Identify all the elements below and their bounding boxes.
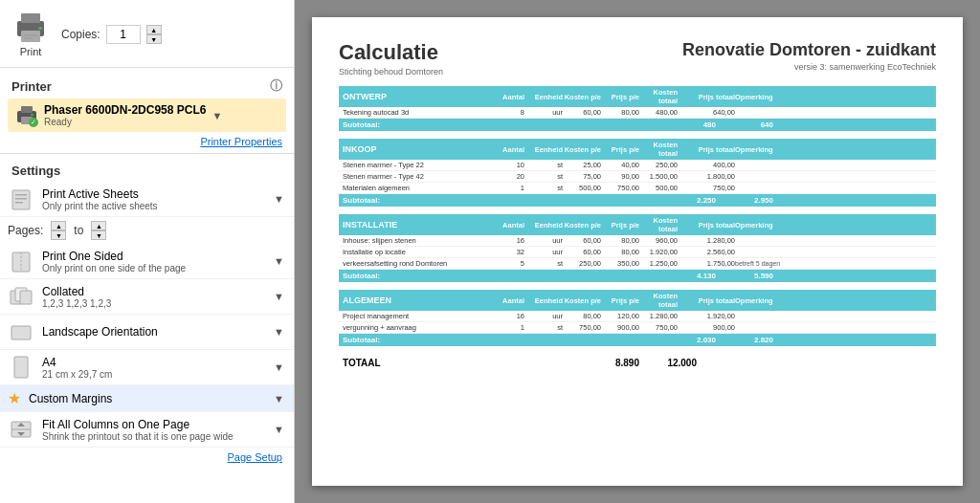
printer-name: Phaser 6600DN-2DC958 PCL6 xyxy=(44,103,206,117)
setting-text-landscape: Landscape Orientation xyxy=(42,325,266,339)
setting-collated[interactable]: Collated 1,2,3 1,2,3 1,2,3 ▼ xyxy=(0,279,294,315)
setting-arrow-onesided[interactable]: ▼ xyxy=(274,255,284,267)
setting-text-a4: A4 21 cm x 29,7 cm xyxy=(42,356,266,380)
setting-arrow-collated[interactable]: ▼ xyxy=(274,291,284,302)
setting-text-onesided: Print One Sided Only print on one side o… xyxy=(42,250,266,273)
setting-arrow-landscape[interactable]: ▼ xyxy=(274,326,284,338)
svg-rect-13 xyxy=(15,202,23,204)
printer-selector[interactable]: ✓ Phaser 6600DN-2DC958 PCL6 Ready ▼ xyxy=(8,98,286,132)
print-icon-box: Print xyxy=(11,10,50,57)
pages-row: Pages: ▲ ▼ to ▲ ▼ xyxy=(0,217,294,244)
one-sided-icon xyxy=(8,248,34,274)
table-row: Installatie op locatie 32 uur 60,00 80,0… xyxy=(339,247,936,258)
calc-section-installatie: INSTALLATIE Aantal Eenheid Kosten p/e Pr… xyxy=(339,214,936,282)
info-icon[interactable]: ⓘ xyxy=(270,77,282,95)
svg-rect-7 xyxy=(21,106,33,113)
copies-section: Copies: ▲ ▼ xyxy=(61,23,162,44)
fit-columns-icon xyxy=(8,416,34,443)
collated-icon xyxy=(8,283,34,310)
printer-status: Ready xyxy=(44,117,206,127)
table-row: Materialen algemeen 1 st 500,00 750,00 5… xyxy=(339,183,936,194)
setting-arrow-active[interactable]: ▼ xyxy=(274,193,284,205)
setting-text-collated: Collated 1,2,3 1,2,3 1,2,3 xyxy=(42,285,266,309)
copies-up[interactable]: ▲ xyxy=(146,25,162,34)
setting-arrow-fit[interactable]: ▼ xyxy=(274,424,284,435)
copies-spinner[interactable]: ▲ ▼ xyxy=(146,25,162,44)
svg-rect-11 xyxy=(15,194,27,196)
setting-arrow-a4[interactable]: ▼ xyxy=(274,361,284,373)
copies-down[interactable]: ▼ xyxy=(146,34,162,44)
table-row: Stenen marmer - Type 22 10 st 25,00 40,0… xyxy=(339,160,936,171)
table-row: Stenen marmer - Type 42 20 st 75,00 90,0… xyxy=(339,171,936,183)
svg-rect-20 xyxy=(14,357,28,378)
svg-rect-9 xyxy=(31,114,33,116)
printer-icon-wrap: ✓ xyxy=(15,104,38,127)
doc-title: Calculatie xyxy=(339,40,443,65)
check-badge: ✓ xyxy=(29,118,38,127)
svg-rect-3 xyxy=(38,27,42,30)
totaal-label: TOTAAL xyxy=(343,358,486,368)
doc-subtitle: Stichting behoud Domtoren xyxy=(339,67,443,77)
calc-section-ontwerp: ONTWERP Aantal Eenheid Kosten p/e Prijs … xyxy=(339,86,936,131)
doc-right-sub: versie 3: samenwerking EcoTechniek xyxy=(682,62,936,72)
star-icon: ★ xyxy=(8,389,21,407)
page-setup-link[interactable]: Page Setup xyxy=(0,448,294,467)
doc-header: Calculatie Stichting behoud Domtoren Ren… xyxy=(339,40,936,77)
setting-text-active: Print Active Sheets Only print the activ… xyxy=(42,187,266,211)
pages-from-spinner[interactable]: ▲ ▼ xyxy=(51,221,66,240)
print-label: Print xyxy=(20,46,42,57)
totaal-prijs: 12.000 xyxy=(639,358,697,368)
svg-rect-10 xyxy=(12,190,30,209)
svg-rect-2 xyxy=(21,31,40,42)
setting-text-margins: Custom Margins xyxy=(29,392,266,405)
calc-sections: ONTWERP Aantal Eenheid Kosten p/e Prijs … xyxy=(339,86,936,346)
doc-right-header: Renovatie Domtoren - zuidkant versie 3: … xyxy=(682,40,936,72)
pages-to-spinner[interactable]: ▲ ▼ xyxy=(91,221,106,240)
a4-icon xyxy=(8,354,34,381)
calc-section-algemeen: ALGEMEEN Aantal Eenheid Kosten p/e Prijs… xyxy=(339,290,936,346)
svg-rect-19 xyxy=(11,326,31,339)
pages-to-label: to xyxy=(74,224,83,237)
svg-rect-12 xyxy=(15,198,27,200)
print-header: Print Copies: ▲ ▼ xyxy=(0,0,294,63)
pages-to-up[interactable]: ▲ xyxy=(91,221,106,230)
pages-to-down[interactable]: ▼ xyxy=(91,230,106,240)
settings-title: Settings xyxy=(0,158,294,182)
table-row: Inhouse: slijpen stenen 16 uur 60,00 80,… xyxy=(339,235,936,247)
setting-landscape[interactable]: Landscape Orientation ▼ xyxy=(0,315,294,350)
table-row: Project management 16 uur 80,00 120,00 1… xyxy=(339,311,936,322)
printer-section-title: Printer ⓘ xyxy=(0,72,294,97)
left-panel: Print Copies: ▲ ▼ Printer ⓘ xyxy=(0,0,295,503)
svg-rect-18 xyxy=(20,291,32,304)
table-row: verkeersafsetting rond Domtoren 5 st 250… xyxy=(339,258,936,270)
printer-info: Phaser 6600DN-2DC958 PCL6 Ready xyxy=(44,103,206,127)
preview-page: Calculatie Stichting behoud Domtoren Ren… xyxy=(312,17,963,486)
setting-print-active[interactable]: Print Active Sheets Only print the activ… xyxy=(0,182,294,217)
setting-a4[interactable]: A4 21 cm x 29,7 cm ▼ xyxy=(0,350,294,385)
doc-right-title: Renovatie Domtoren - zuidkant xyxy=(682,40,936,60)
setting-one-sided[interactable]: Print One Sided Only print on one side o… xyxy=(0,244,294,279)
pages-from-down[interactable]: ▼ xyxy=(51,230,66,240)
copies-input[interactable] xyxy=(106,25,141,44)
setting-text-fit: Fit All Columns on One Page Shrink the p… xyxy=(42,418,266,442)
printer-icon xyxy=(11,10,50,44)
totaal-row: TOTAAL 8.890 12.000 xyxy=(339,354,936,368)
svg-rect-1 xyxy=(21,13,40,23)
setting-arrow-margins[interactable]: ▼ xyxy=(274,393,284,405)
pages-label: Pages: xyxy=(8,224,43,237)
sheets-icon xyxy=(8,186,34,212)
pages-from-up[interactable]: ▲ xyxy=(51,221,66,230)
printer-properties-link[interactable]: Printer Properties xyxy=(0,134,294,149)
setting-fit-columns[interactable]: Fit All Columns on One Page Shrink the p… xyxy=(0,412,294,448)
calc-section-inkoop: INKOOP Aantal Eenheid Kosten p/e Prijs p… xyxy=(339,139,936,207)
table-row: Tekening autocad 3d 8 uur 60,00 80,00 48… xyxy=(339,107,936,119)
printer-dropdown-arrow[interactable]: ▼ xyxy=(212,110,222,121)
doc-left-header: Calculatie Stichting behoud Domtoren xyxy=(339,40,443,77)
setting-custom-margins[interactable]: ★ Custom Margins ▼ xyxy=(0,385,294,412)
landscape-icon xyxy=(8,318,34,345)
totaal-kosten: 8.890 xyxy=(601,358,639,368)
copies-label: Copies: xyxy=(61,28,100,41)
print-preview-panel: Calculatie Stichting behoud Domtoren Ren… xyxy=(295,0,980,503)
table-row: vergunning + aanvraag 1 st 750,00 900,00… xyxy=(339,322,936,334)
